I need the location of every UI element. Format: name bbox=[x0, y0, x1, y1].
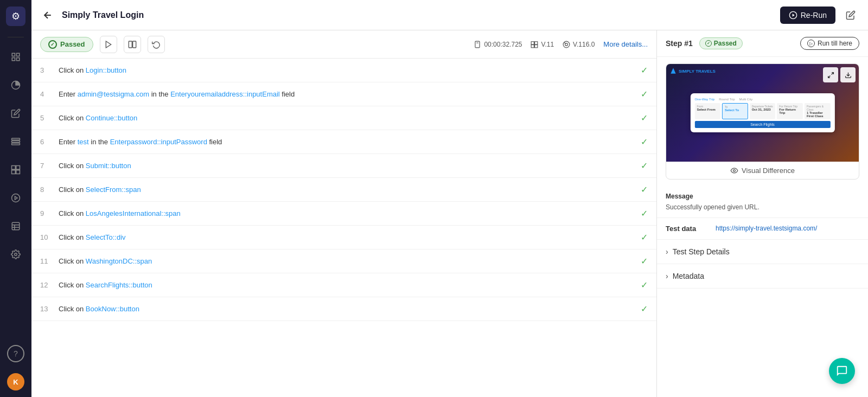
os-version: V.11 bbox=[541, 41, 554, 48]
table-row[interactable]: 7 Click on Submit::button ✓ bbox=[31, 154, 656, 178]
step-description: Click on SearchFlights::button bbox=[59, 281, 635, 289]
svg-point-12 bbox=[12, 194, 20, 202]
table-row[interactable]: 11 Click on WashingtonDC::span ✓ bbox=[31, 249, 656, 273]
sidebar-item-analytics[interactable] bbox=[7, 76, 24, 94]
message-value: Successfully opened given URL. bbox=[666, 203, 859, 211]
edit-button[interactable] bbox=[842, 7, 859, 24]
steps-panel: ✓ Passed 00:00:32.725 bbox=[31, 30, 656, 397]
detail-header: Step #1 ✓ Passed ▷ Run till here bbox=[657, 30, 868, 57]
table-row[interactable]: 12 Click on SearchFlights::button ✓ bbox=[31, 273, 656, 297]
back-button[interactable] bbox=[40, 8, 55, 23]
step-passed-icon: ✓ bbox=[641, 304, 648, 314]
svg-rect-29 bbox=[535, 44, 538, 47]
step-description: Click on SelectTo::div bbox=[59, 233, 635, 241]
run-till-play-icon: ▷ bbox=[807, 40, 815, 47]
run-till-here-button[interactable]: ▷ Run till here bbox=[800, 37, 859, 50]
chevron-right-icon: › bbox=[666, 247, 668, 256]
svg-rect-0 bbox=[12, 53, 15, 56]
visual-difference-button[interactable]: Visual Difference bbox=[666, 162, 859, 179]
sidebar-item-grid[interactable] bbox=[7, 48, 24, 66]
metadata-expander[interactable]: › Metadata bbox=[657, 264, 868, 289]
flight-form-overlay: One-Way Trip Round Trip Multi City From … bbox=[690, 93, 834, 132]
sidebar-divider bbox=[8, 37, 24, 37]
history-button[interactable] bbox=[148, 36, 165, 53]
step-number: 4 bbox=[40, 90, 53, 98]
help-icon[interactable]: ? bbox=[7, 345, 24, 362]
step-passed-icon: ✓ bbox=[641, 232, 648, 242]
test-data-label: Test data bbox=[666, 225, 709, 233]
expand-icon[interactable] bbox=[823, 67, 838, 82]
gear-logo-icon: ⚙ bbox=[11, 10, 20, 22]
download-icon[interactable] bbox=[840, 67, 856, 82]
svg-marker-13 bbox=[15, 196, 18, 200]
sidebar-item-layers[interactable] bbox=[7, 133, 24, 150]
browser-version: V.116.0 bbox=[573, 41, 595, 48]
screenshot-logo: SIMPLY TRAVELS bbox=[669, 67, 716, 75]
chevron-right-icon-meta: › bbox=[666, 272, 668, 280]
step-description: Click on Login::button bbox=[59, 66, 635, 74]
compare-button[interactable] bbox=[124, 36, 141, 53]
step-number: 6 bbox=[40, 138, 53, 146]
toolbar: ✓ Passed 00:00:32.725 bbox=[31, 30, 656, 59]
test-step-details-label: Test Step Details bbox=[673, 247, 730, 256]
passed-check-icon: ✓ bbox=[48, 40, 57, 49]
sidebar: ⚙ ? K bbox=[0, 0, 31, 397]
step-description: Enter test in the Enterpassword::inputPa… bbox=[59, 138, 635, 146]
test-data-section: Test data https://simply-travel.testsigm… bbox=[657, 218, 868, 240]
step-description: Click on BookNow::button bbox=[59, 305, 635, 313]
svg-rect-3 bbox=[17, 58, 20, 61]
screenshot-preview: SIMPLY TRAVELS One-Way Tr bbox=[666, 64, 859, 162]
step-number: 9 bbox=[40, 209, 53, 217]
os-meta: V.11 bbox=[531, 41, 554, 48]
sidebar-item-reports[interactable] bbox=[7, 217, 24, 235]
detail-passed-badge: ✓ Passed bbox=[699, 37, 743, 49]
svg-rect-11 bbox=[16, 170, 20, 174]
table-row[interactable]: 4 Enter admin@testsigma.com in the Enter… bbox=[31, 82, 656, 106]
step-description: Click on Continue::button bbox=[59, 114, 635, 122]
user-avatar[interactable]: K bbox=[7, 373, 24, 390]
svg-rect-28 bbox=[532, 44, 534, 47]
test-step-details-expander[interactable]: › Test Step Details bbox=[657, 240, 868, 264]
table-row[interactable]: 13 Click on BookNow::button ✓ bbox=[31, 297, 656, 321]
detail-panel: Step #1 ✓ Passed ▷ Run till here SIMPLY … bbox=[656, 30, 868, 397]
step-description: Enter admin@testsigma.com in the Enteryo… bbox=[59, 90, 635, 98]
step-passed-icon: ✓ bbox=[641, 208, 648, 219]
video-button[interactable] bbox=[100, 36, 117, 53]
sidebar-item-settings[interactable] bbox=[7, 246, 24, 263]
step-passed-icon: ✓ bbox=[641, 137, 648, 147]
table-row[interactable]: 8 Click on SelectFrom::span ✓ bbox=[31, 178, 656, 202]
chat-button[interactable] bbox=[829, 358, 855, 384]
svg-marker-21 bbox=[106, 41, 111, 48]
table-row[interactable]: 9 Click on LosAngelesInternational::span… bbox=[31, 202, 656, 226]
svg-rect-6 bbox=[12, 141, 20, 143]
svg-point-31 bbox=[565, 43, 568, 46]
svg-rect-27 bbox=[535, 41, 538, 44]
more-details-link[interactable]: More details... bbox=[603, 40, 648, 48]
table-row[interactable]: 5 Click on Continue::button ✓ bbox=[31, 106, 656, 130]
sidebar-item-run[interactable] bbox=[7, 189, 24, 207]
step-passed-icon: ✓ bbox=[641, 161, 648, 171]
passed-badge: ✓ Passed bbox=[40, 37, 93, 52]
table-row[interactable]: 3 Click on Login::button ✓ bbox=[31, 59, 656, 82]
svg-rect-24 bbox=[475, 41, 480, 48]
step-passed-icon: ✓ bbox=[641, 65, 648, 75]
sidebar-logo[interactable]: ⚙ bbox=[6, 7, 25, 26]
table-row[interactable]: 10 Click on SelectTo::div ✓ bbox=[31, 226, 656, 249]
test-data-value: https://simply-travel.testsigma.com/ bbox=[716, 225, 817, 232]
run-till-label: Run till here bbox=[818, 40, 852, 47]
step-description: Click on WashingtonDC::span bbox=[59, 257, 635, 265]
sidebar-item-dashboard[interactable] bbox=[7, 161, 24, 178]
step-number: 5 bbox=[40, 114, 53, 122]
step-number: 3 bbox=[40, 66, 53, 74]
step-passed-icon: ✓ bbox=[641, 89, 648, 99]
sidebar-item-edit[interactable] bbox=[7, 105, 24, 122]
page-title: Simply Travel Login bbox=[62, 10, 774, 20]
step-description: Click on Submit::button bbox=[59, 162, 635, 170]
body-area: ✓ Passed 00:00:32.725 bbox=[31, 30, 868, 397]
svg-marker-32 bbox=[671, 68, 675, 74]
table-row[interactable]: 6 Enter test in the Enterpassword::input… bbox=[31, 130, 656, 154]
svg-rect-5 bbox=[12, 138, 20, 140]
rerun-button[interactable]: Re-Run bbox=[780, 7, 835, 24]
step-passed-icon: ✓ bbox=[641, 184, 648, 195]
svg-point-34 bbox=[733, 170, 736, 172]
